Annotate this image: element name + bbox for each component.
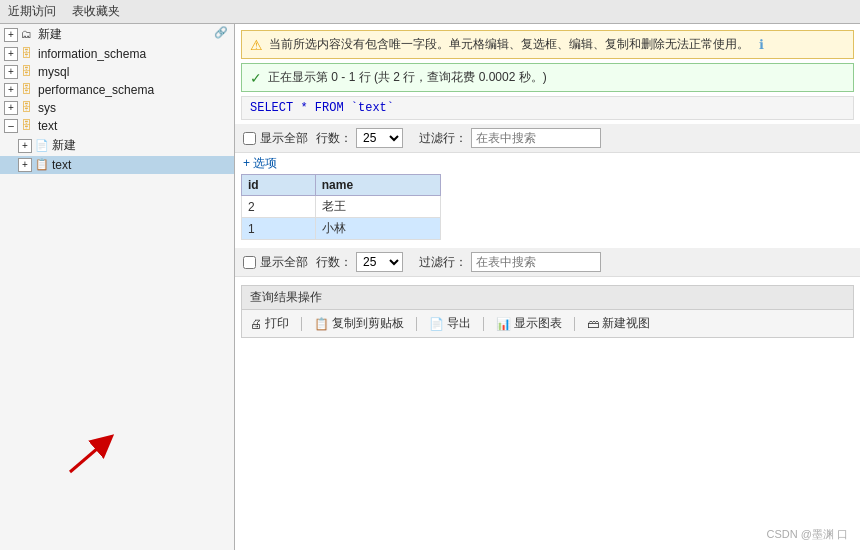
row-count-label-bottom: 行数： 25 50 100 250 — [316, 252, 403, 272]
cell-id: 2 — [242, 196, 316, 218]
expand-icon: + — [4, 65, 18, 79]
action-divider — [416, 317, 417, 331]
action-divider — [574, 317, 575, 331]
warning-banner: ⚠ 当前所选内容没有包含唯一字段。单元格编辑、复选框、编辑、复制和删除无法正常使… — [241, 30, 854, 59]
toolbar-bottom: 显示全部 行数： 25 50 100 250 过滤行： — [235, 248, 860, 277]
cell-id: 1 — [242, 218, 316, 240]
options-link[interactable]: + 选项 — [235, 153, 860, 174]
print-icon: 🖨 — [250, 317, 262, 331]
expand-icon: + — [4, 47, 18, 61]
table-row[interactable]: 1小林 — [242, 218, 441, 240]
action-divider — [483, 317, 484, 331]
show-all-label-bottom[interactable]: 显示全部 — [243, 254, 308, 271]
cell-name: 老王 — [315, 196, 440, 218]
sidebar-item-text-table[interactable]: + 📋 text — [0, 156, 234, 174]
data-table-container: id name 2老王1小林 — [241, 174, 854, 240]
filter-input-bottom[interactable] — [471, 252, 601, 272]
show-all-checkbox-bottom[interactable] — [243, 256, 256, 269]
sidebar-label-text-table: text — [52, 158, 71, 172]
copy-icon: 📋 — [314, 317, 329, 331]
nav-recent[interactable]: 近期访问 — [8, 3, 56, 20]
sidebar-item-text-db[interactable]: – 🗄 text — [0, 117, 234, 135]
filter-label: 过滤行： — [419, 128, 601, 148]
action-view[interactable]: 🗃新建视图 — [587, 315, 650, 332]
new-table-icon: 📄 — [35, 139, 49, 153]
main-container: 🔗 + 🗂 新建 + 🗄 information_schema + 🗄 mysq… — [0, 24, 860, 550]
col-header-id[interactable]: id — [242, 175, 316, 196]
sidebar-item-sys[interactable]: + 🗄 sys — [0, 99, 234, 117]
svg-line-1 — [70, 442, 105, 472]
sidebar-item-new-root[interactable]: + 🗂 新建 — [0, 24, 234, 45]
link-icon: 🔗 — [214, 26, 228, 39]
cell-name: 小林 — [315, 218, 440, 240]
action-label-view: 新建视图 — [602, 315, 650, 332]
new-folder-icon: 🗂 — [21, 28, 35, 42]
success-icon: ✓ — [250, 70, 262, 86]
toolbar-top: 显示全部 行数： 25 50 100 250 过滤行： — [235, 124, 860, 153]
table-row[interactable]: 2老王 — [242, 196, 441, 218]
sidebar-label-performance-schema: performance_schema — [38, 83, 154, 97]
query-result-title: 查询结果操作 — [242, 286, 853, 310]
db-icon: 🗄 — [21, 101, 35, 115]
nav-favorites[interactable]: 表收藏夹 — [72, 3, 120, 20]
sql-text: SELECT * FROM `text` — [250, 101, 394, 115]
sidebar-label-information-schema: information_schema — [38, 47, 146, 61]
top-nav: 近期访问 表收藏夹 — [0, 0, 860, 24]
db-icon: 🗄 — [21, 47, 35, 61]
sidebar-item-information-schema[interactable]: + 🗄 information_schema — [0, 45, 234, 63]
success-text: 正在显示第 0 - 1 行 (共 2 行，查询花费 0.0002 秒。) — [268, 69, 547, 86]
sidebar-label-mysql: mysql — [38, 65, 69, 79]
action-label-export: 导出 — [447, 315, 471, 332]
action-copy[interactable]: 📋复制到剪贴板 — [314, 315, 404, 332]
expand-icon: + — [18, 158, 32, 172]
expand-icon: + — [4, 28, 18, 42]
action-export[interactable]: 📄导出 — [429, 315, 471, 332]
sidebar-label-text-db: text — [38, 119, 57, 133]
expand-icon: + — [4, 101, 18, 115]
arrow-annotation — [60, 417, 130, 490]
sidebar-item-text-new[interactable]: + 📄 新建 — [0, 135, 234, 156]
action-label-copy: 复制到剪贴板 — [332, 315, 404, 332]
row-count-label: 行数： 25 50 100 250 — [316, 128, 403, 148]
info-icon[interactable]: ℹ — [759, 37, 764, 52]
table-icon: 📋 — [35, 158, 49, 172]
warning-text: 当前所选内容没有包含唯一字段。单元格编辑、复选框、编辑、复制和删除无法正常使用。 — [269, 36, 749, 53]
sidebar-label-text-new: 新建 — [52, 137, 76, 154]
sql-display: SELECT * FROM `text` — [241, 96, 854, 120]
action-label-chart: 显示图表 — [514, 315, 562, 332]
show-all-label[interactable]: 显示全部 — [243, 130, 308, 147]
expand-icon: + — [18, 139, 32, 153]
sidebar-label-new-root: 新建 — [38, 26, 62, 43]
sidebar-item-mysql[interactable]: + 🗄 mysql — [0, 63, 234, 81]
chart-icon: 📊 — [496, 317, 511, 331]
db-icon: 🗄 — [21, 83, 35, 97]
filter-input[interactable] — [471, 128, 601, 148]
sidebar: 🔗 + 🗂 新建 + 🗄 information_schema + 🗄 mysq… — [0, 24, 235, 550]
sidebar-item-performance-schema[interactable]: + 🗄 performance_schema — [0, 81, 234, 99]
action-print[interactable]: 🖨打印 — [250, 315, 289, 332]
success-banner: ✓ 正在显示第 0 - 1 行 (共 2 行，查询花费 0.0002 秒。) — [241, 63, 854, 92]
warning-icon: ⚠ — [250, 37, 263, 53]
query-actions: 🖨打印📋复制到剪贴板📄导出📊显示图表🗃新建视图 — [242, 310, 853, 337]
content-area: ⚠ 当前所选内容没有包含唯一字段。单元格编辑、复选框、编辑、复制和删除无法正常使… — [235, 24, 860, 550]
db-icon: 🗄 — [21, 65, 35, 79]
query-result-section: 查询结果操作 🖨打印📋复制到剪贴板📄导出📊显示图表🗃新建视图 — [241, 285, 854, 338]
filter-label-bottom: 过滤行： — [419, 252, 601, 272]
export-icon: 📄 — [429, 317, 444, 331]
action-divider — [301, 317, 302, 331]
view-icon: 🗃 — [587, 317, 599, 331]
col-header-name[interactable]: name — [315, 175, 440, 196]
action-label-print: 打印 — [265, 315, 289, 332]
data-table: id name 2老王1小林 — [241, 174, 441, 240]
expand-icon: – — [4, 119, 18, 133]
sidebar-label-sys: sys — [38, 101, 56, 115]
show-all-checkbox[interactable] — [243, 132, 256, 145]
action-chart[interactable]: 📊显示图表 — [496, 315, 562, 332]
row-count-select[interactable]: 25 50 100 250 — [356, 128, 403, 148]
row-count-select-bottom[interactable]: 25 50 100 250 — [356, 252, 403, 272]
db-icon: 🗄 — [21, 119, 35, 133]
expand-icon: + — [4, 83, 18, 97]
